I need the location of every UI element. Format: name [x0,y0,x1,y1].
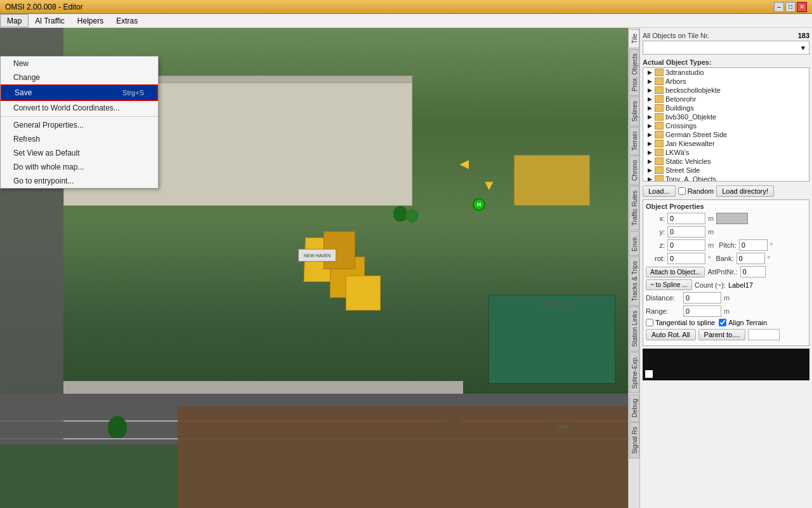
tree-item-static-vehicles[interactable]: ▶ Static Vehicles [643,157,809,166]
menu-do-with-whole-map[interactable]: Do with whole map... [1,160,158,174]
menu-general-props[interactable]: General Properties... [1,118,158,132]
menu-all-traffic[interactable]: Al Traffic [29,14,70,27]
attach-object-button[interactable]: Attach to Object... [646,267,705,277]
align-terrain-checkbox[interactable] [719,319,726,326]
tree-item-3dtranstudio[interactable]: ▶ 3dtranstudio [643,68,809,77]
tree-item-buildings[interactable]: ▶ Buildings [643,104,809,112]
tab-terrain[interactable]: Terrain [629,127,639,156]
menu-extras[interactable]: Extras [110,14,144,27]
dropdown-menu: New Change Save Strg+S Convert to World … [0,56,159,189]
y-input[interactable] [667,226,705,237]
expand-icon: ▶ [646,95,653,103]
menu-new[interactable]: New [1,57,158,70]
folder-icon [655,104,664,112]
menu-refresh[interactable]: Refresh [1,132,158,146]
tree-item-arbors[interactable]: ▶ Arbors [643,77,809,86]
tab-signal-rs[interactable]: Signal Rs [629,422,639,458]
expand-icon: ▶ [646,69,653,76]
auto-rot-row: Auto Rot. All Parent to.... [646,329,806,340]
tree-3 [108,416,127,438]
folder-icon [655,131,664,138]
load-button[interactable]: Load... [643,185,676,197]
object-types-label: Actual Object Types: [643,58,809,66]
close-button[interactable]: ✕ [797,2,807,12]
tangential-checkbox[interactable] [646,319,653,326]
tab-traffic-rules[interactable]: Traffic Rules [629,186,639,231]
tree-item-betonrohr[interactable]: ▶ Betonrohr [643,95,809,104]
chevron-down-icon: ▼ [800,44,806,51]
align-terrain-label: Align Terrain [719,319,767,326]
minimize-button[interactable]: – [774,2,784,12]
color-swatch[interactable] [716,213,748,224]
random-checkbox[interactable] [678,187,686,195]
tab-station-links[interactable]: Station Links [629,306,639,351]
tab-splines[interactable]: Splines [629,97,639,126]
distance-input[interactable] [683,292,721,304]
folder-icon [655,69,664,76]
menu-map[interactable]: Map [0,14,29,27]
menu-save[interactable]: Save Strg+S [1,84,158,101]
distance-unit: m [724,294,730,302]
main-area: sition: 964.987, 541.112, -7.094, Rachel… [0,28,812,508]
tab-chrono[interactable]: Chrono [629,156,639,185]
folder-icon [655,77,664,85]
tree-item-bvb360[interactable]: ▶ bvb360_Objekte [643,112,809,121]
right-panel: Tile Prior. Objects Splines Terrain Chro… [628,28,812,508]
load-directory-button[interactable]: Load directory! [716,185,774,197]
tree-item-beckscholl[interactable]: ▶ beckschollobjekte [643,86,809,95]
menu-helpers[interactable]: Helpers [71,14,110,27]
object-dropdown[interactable]: ▼ [643,41,809,55]
tree-item-street-side[interactable]: ▶ Street Side [643,166,809,175]
tree-item-german-street[interactable]: ▶ German Street Side [643,130,809,139]
attach-row: Attach to Object... AttPntNr.: [646,266,806,277]
z-input[interactable] [667,239,705,251]
tree-item-jan-kiesewalter[interactable]: ▶ Jan Kiesewalter [643,139,809,148]
cargo-box-3 [346,276,381,311]
tree-label: 3dtranstudio [665,69,704,76]
folder-icon [655,122,664,130]
pitch-input[interactable] [739,239,768,251]
parent-input[interactable] [748,329,780,340]
folder-icon [655,175,664,182]
tab-prior-objects[interactable]: Prior. Objects [629,49,639,96]
range-input[interactable] [683,305,721,317]
tree-label: Crossings [665,122,697,130]
viewport: sition: 964.987, 541.112, -7.094, Rachel… [0,28,628,508]
sign-car-park: CAR PARK [541,301,571,307]
expand-icon: ▶ [646,149,653,156]
object-tree-view[interactable]: ▶ 3dtranstudio ▶ Arbors ▶ beckschollobje… [643,67,809,182]
rot-input[interactable] [667,253,705,264]
object-properties-section: Object Properties x: m y: m z: [643,199,809,346]
parent-to-button[interactable]: Parent to.... [698,329,746,340]
tree-label: Street Side [665,166,700,174]
to-spline-button[interactable]: ~ to Spline ... [646,279,692,290]
bank-input[interactable] [737,253,765,264]
menu-set-view[interactable]: Set View as Default [1,146,158,160]
white-square [645,370,653,378]
menu-go-to-entrypoint[interactable]: Go to entrypoint... [1,174,158,188]
range-unit: m [724,307,730,315]
tile-section: All Objects on Tile Nr. 183 ▼ [643,30,809,55]
titlebar: OMSI 2.00.008 - Editor – □ ✕ [0,0,812,14]
tab-envir[interactable]: Envir. [629,231,639,256]
tab-tile[interactable]: Tile [629,29,639,48]
attpt-input[interactable] [740,266,766,277]
tab-tracks-trips[interactable]: Tracks & Trips [629,257,639,306]
tree-label: beckschollobjekte [665,86,721,94]
sidewalk-1 [63,381,463,394]
count-value: Label17 [728,281,753,289]
x-input[interactable] [667,213,705,224]
tree-item-crossings[interactable]: ▶ Crossings [643,121,809,130]
menu-convert[interactable]: Convert to World Coordinates... [1,101,158,115]
distance-row: Distance: m [646,292,806,304]
tab-debug[interactable]: Debug [629,394,639,422]
tree-item-tony-a[interactable]: ▶ Tony_A_Objects [643,175,809,182]
maximize-button[interactable]: □ [785,2,796,12]
tree-item-lkwa[interactable]: ▶ LKWä's [643,148,809,157]
load-buttons-row: Load... Random Load directory! [643,185,809,197]
tab-spline-exp[interactable]: Spline-Exp. [629,352,639,393]
auto-rot-button[interactable]: Auto Rot. All [646,329,696,340]
window-buttons: – □ ✕ [774,2,807,12]
tree-label: LKWä's [665,149,690,156]
menu-change[interactable]: Change [1,70,158,84]
